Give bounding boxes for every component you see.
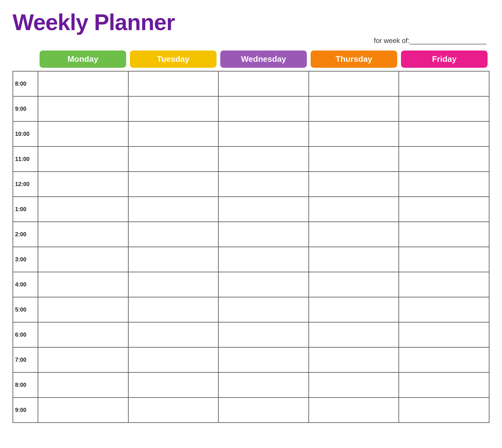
time-label-11: 7:00 <box>13 348 38 373</box>
time-label-5: 1:00 <box>13 197 38 222</box>
header-spacer <box>13 51 38 68</box>
time-label-10: 6:00 <box>13 323 38 348</box>
cell-thursday-7[interactable] <box>309 247 399 272</box>
cell-friday-2[interactable] <box>399 122 489 147</box>
time-label-1: 9:00 <box>13 97 38 122</box>
cell-friday-5[interactable] <box>399 197 489 222</box>
cell-monday-5[interactable] <box>38 197 129 222</box>
day-header-tuesday: Tuesday <box>130 51 216 68</box>
time-label-4: 12:00 <box>13 172 38 197</box>
cell-friday-4[interactable] <box>399 172 489 197</box>
cell-wednesday-5[interactable] <box>219 197 309 222</box>
page-title: Weekly Planner <box>13 9 489 35</box>
cell-tuesday-12[interactable] <box>129 373 219 398</box>
day-header-monday: Monday <box>40 51 126 68</box>
cell-monday-4[interactable] <box>38 172 129 197</box>
cell-friday-9[interactable] <box>399 297 489 323</box>
cell-thursday-1[interactable] <box>309 97 399 122</box>
cell-friday-8[interactable] <box>399 272 489 297</box>
cell-monday-10[interactable] <box>38 323 129 348</box>
cell-wednesday-1[interactable] <box>219 97 309 122</box>
cell-wednesday-3[interactable] <box>219 147 309 172</box>
days-header: MondayTuesdayWednesdayThursdayFriday <box>13 51 489 68</box>
time-label-13: 9:00 <box>13 398 38 423</box>
cell-monday-8[interactable] <box>38 272 129 297</box>
cell-wednesday-4[interactable] <box>219 172 309 197</box>
time-label-12: 8:00 <box>13 373 38 398</box>
cell-tuesday-0[interactable] <box>129 72 219 97</box>
day-header-friday: Friday <box>401 51 488 68</box>
cell-wednesday-10[interactable] <box>219 323 309 348</box>
cell-monday-3[interactable] <box>38 147 129 172</box>
cell-friday-13[interactable] <box>399 398 489 423</box>
cell-monday-13[interactable] <box>38 398 129 423</box>
cell-monday-11[interactable] <box>38 348 129 373</box>
cell-tuesday-8[interactable] <box>129 272 219 297</box>
cell-friday-7[interactable] <box>399 247 489 272</box>
cell-friday-12[interactable] <box>399 373 489 398</box>
time-label-9: 5:00 <box>13 297 38 323</box>
cell-tuesday-7[interactable] <box>129 247 219 272</box>
cell-thursday-5[interactable] <box>309 197 399 222</box>
cell-thursday-11[interactable] <box>309 348 399 373</box>
cell-wednesday-6[interactable] <box>219 222 309 247</box>
cell-wednesday-9[interactable] <box>219 297 309 323</box>
day-header-wednesday: Wednesday <box>220 51 307 68</box>
cell-thursday-3[interactable] <box>309 147 399 172</box>
time-label-2: 10:00 <box>13 122 38 147</box>
cell-tuesday-10[interactable] <box>129 323 219 348</box>
cell-thursday-0[interactable] <box>309 72 399 97</box>
cell-wednesday-11[interactable] <box>219 348 309 373</box>
cell-thursday-13[interactable] <box>309 398 399 423</box>
cell-friday-1[interactable] <box>399 97 489 122</box>
week-of-label: for week of:____________________ <box>13 37 489 45</box>
cell-thursday-2[interactable] <box>309 122 399 147</box>
cell-monday-2[interactable] <box>38 122 129 147</box>
cell-monday-9[interactable] <box>38 297 129 323</box>
cell-tuesday-1[interactable] <box>129 97 219 122</box>
time-label-6: 2:00 <box>13 222 38 247</box>
cell-thursday-8[interactable] <box>309 272 399 297</box>
cell-thursday-6[interactable] <box>309 222 399 247</box>
time-label-8: 4:00 <box>13 272 38 297</box>
cell-wednesday-2[interactable] <box>219 122 309 147</box>
cell-tuesday-2[interactable] <box>129 122 219 147</box>
cell-wednesday-0[interactable] <box>219 72 309 97</box>
schedule-grid: 8:009:0010:0011:0012:001:002:003:004:005… <box>13 71 489 423</box>
cell-monday-12[interactable] <box>38 373 129 398</box>
cell-monday-6[interactable] <box>38 222 129 247</box>
cell-tuesday-5[interactable] <box>129 197 219 222</box>
cell-wednesday-13[interactable] <box>219 398 309 423</box>
cell-thursday-12[interactable] <box>309 373 399 398</box>
cell-tuesday-4[interactable] <box>129 172 219 197</box>
time-label-3: 11:00 <box>13 147 38 172</box>
cell-friday-0[interactable] <box>399 72 489 97</box>
time-label-7: 3:00 <box>13 247 38 272</box>
cell-monday-1[interactable] <box>38 97 129 122</box>
cell-thursday-10[interactable] <box>309 323 399 348</box>
cell-friday-11[interactable] <box>399 348 489 373</box>
cell-tuesday-6[interactable] <box>129 222 219 247</box>
cell-monday-0[interactable] <box>38 72 129 97</box>
cell-tuesday-3[interactable] <box>129 147 219 172</box>
cell-thursday-4[interactable] <box>309 172 399 197</box>
cell-thursday-9[interactable] <box>309 297 399 323</box>
cell-friday-3[interactable] <box>399 147 489 172</box>
cell-monday-7[interactable] <box>38 247 129 272</box>
cell-friday-6[interactable] <box>399 222 489 247</box>
cell-tuesday-13[interactable] <box>129 398 219 423</box>
cell-wednesday-12[interactable] <box>219 373 309 398</box>
cell-wednesday-8[interactable] <box>219 272 309 297</box>
day-header-thursday: Thursday <box>311 51 397 68</box>
cell-friday-10[interactable] <box>399 323 489 348</box>
cell-tuesday-11[interactable] <box>129 348 219 373</box>
time-label-0: 8:00 <box>13 72 38 97</box>
cell-tuesday-9[interactable] <box>129 297 219 323</box>
cell-wednesday-7[interactable] <box>219 247 309 272</box>
